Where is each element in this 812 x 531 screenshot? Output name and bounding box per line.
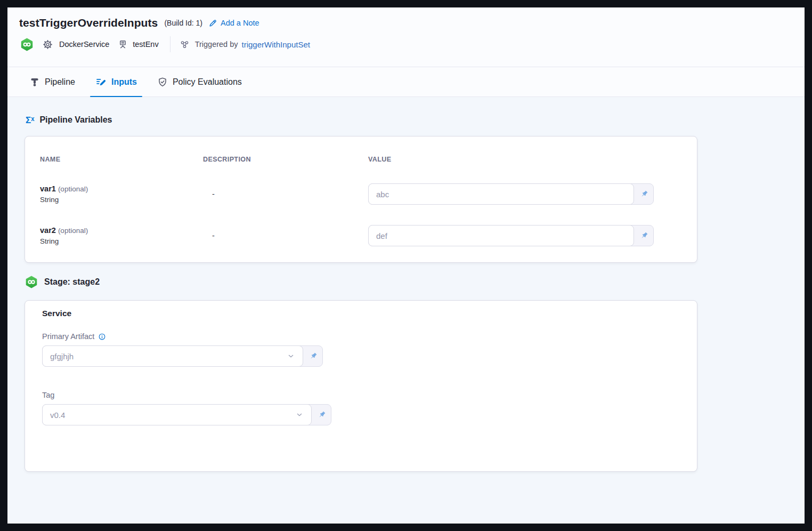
- title-row: testTriggerOverrideInputs (Build Id: 1) …: [19, 17, 805, 29]
- tab-inputs[interactable]: Inputs: [90, 67, 142, 96]
- info-icon[interactable]: [98, 333, 106, 341]
- column-header-name: NAME: [40, 156, 203, 163]
- variable-description: -: [203, 231, 368, 240]
- meta-divider: [170, 36, 170, 52]
- variable-value-widget: [368, 225, 654, 246]
- pencil-icon: [208, 19, 217, 28]
- pin-button[interactable]: [634, 184, 653, 204]
- variable-optional-label: (optional): [58, 185, 88, 193]
- service-section-title: Service: [42, 309, 680, 318]
- tab-pipeline[interactable]: Pipeline: [24, 67, 80, 96]
- primary-artifact-widget: gfgjhjh: [42, 345, 323, 367]
- build-id-label: (Build Id: 1): [164, 19, 202, 27]
- variable-value-input[interactable]: [368, 183, 634, 205]
- primary-artifact-select[interactable]: gfgjhjh: [42, 345, 303, 367]
- add-note-label: Add a Note: [221, 19, 259, 27]
- variable-value-widget: [368, 183, 654, 205]
- inputs-icon: [95, 76, 107, 87]
- column-header-description: DESCRIPTION: [203, 156, 368, 163]
- variable-type: String: [40, 196, 203, 204]
- pipeline-variables-card: NAME DESCRIPTION VALUE var1 (optional) S…: [25, 136, 697, 263]
- pipeline-icon: [29, 77, 40, 87]
- meta-row: DockerService testEnv: [19, 36, 805, 52]
- inputs-tab-content: Σˣ Pipeline Variables NAME DESCRIPTION V…: [7, 97, 805, 524]
- variable-type: String: [40, 237, 203, 245]
- pipeline-variables-title: Pipeline Variables: [39, 115, 112, 125]
- pipeline-variables-heading: Σˣ Pipeline Variables: [26, 115, 805, 125]
- page-title: testTriggerOverrideInputs: [19, 17, 158, 29]
- chevron-down-icon: [295, 411, 304, 419]
- primary-artifact-label-row: Primary Artifact: [42, 332, 680, 341]
- stage-heading: Stage: stage2: [25, 276, 805, 288]
- trigger-icon: [180, 39, 190, 50]
- tag-select[interactable]: v0.4: [42, 404, 312, 425]
- variable-name: var2: [40, 226, 56, 235]
- pin-button[interactable]: [303, 346, 322, 366]
- variable-optional-label: (optional): [58, 227, 88, 235]
- tab-policy-evaluations-label: Policy Evaluations: [173, 77, 242, 87]
- tag-value: v0.4: [50, 411, 65, 420]
- pin-button[interactable]: [312, 405, 331, 425]
- variable-description: -: [203, 190, 368, 198]
- tab-inputs-label: Inputs: [111, 77, 137, 87]
- variables-table-header: NAME DESCRIPTION VALUE: [40, 156, 682, 163]
- column-header-value: VALUE: [368, 156, 682, 163]
- tag-label-row: Tag: [42, 391, 680, 399]
- harness-cd-stage-icon: [25, 276, 38, 288]
- variable-value-input[interactable]: [368, 225, 634, 246]
- pin-button[interactable]: [634, 226, 653, 246]
- primary-artifact-value: gfgjhjh: [50, 352, 74, 361]
- add-note-button[interactable]: Add a Note: [208, 19, 259, 28]
- environment-name: testEnv: [133, 40, 158, 49]
- triggered-by-label: Triggered by: [195, 40, 238, 49]
- variables-sigma-icon: Σˣ: [26, 116, 34, 125]
- environment-icon: [118, 39, 128, 50]
- variable-name-cell: var2 (optional) String: [40, 226, 203, 245]
- tag-widget: v0.4: [42, 404, 331, 425]
- trigger-name-link[interactable]: triggerWithInputSet: [242, 40, 310, 49]
- service-name: DockerService: [59, 40, 109, 49]
- tag-label: Tag: [42, 391, 54, 399]
- tab-policy-evaluations[interactable]: Policy Evaluations: [152, 67, 247, 96]
- harness-cd-icon: [20, 38, 34, 51]
- shield-check-icon: [157, 77, 168, 87]
- variable-name-cell: var1 (optional) String: [40, 184, 203, 204]
- chevron-down-icon: [287, 352, 295, 360]
- stage-title: Stage: stage2: [44, 277, 100, 287]
- service-card: Service Primary Artifact gfgjhjh: [25, 300, 697, 472]
- tab-pipeline-label: Pipeline: [45, 77, 75, 87]
- execution-detail-panel: testTriggerOverrideInputs (Build Id: 1) …: [7, 7, 805, 524]
- gear-icon: [43, 39, 53, 50]
- variable-row-var1: var1 (optional) String -: [40, 183, 682, 205]
- execution-header: testTriggerOverrideInputs (Build Id: 1) …: [7, 7, 805, 67]
- primary-artifact-label: Primary Artifact: [42, 332, 94, 341]
- variable-name: var1: [40, 184, 56, 193]
- tab-bar: Pipeline Inputs Policy Evaluations: [7, 67, 805, 97]
- variable-row-var2: var2 (optional) String -: [40, 225, 682, 246]
